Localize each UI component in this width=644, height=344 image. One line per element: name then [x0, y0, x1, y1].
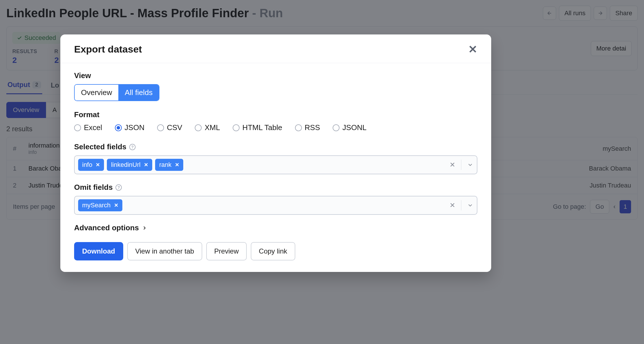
view-tab-button[interactable]: View in another tab [127, 242, 202, 260]
divider [461, 160, 461, 170]
radio-icon [115, 124, 122, 131]
help-icon[interactable]: ? [115, 184, 122, 191]
tag-remove-icon[interactable]: ✕ [114, 202, 118, 208]
selected-fields-label: Selected fields ? [74, 142, 477, 151]
selected-fields-label-text: Selected fields [74, 142, 126, 151]
format-label: Format [74, 110, 477, 119]
tag-remove-icon[interactable]: ✕ [144, 162, 148, 168]
radio-icon [157, 124, 164, 131]
advanced-options-toggle[interactable]: Advanced options [74, 223, 477, 232]
format-excel[interactable]: Excel [74, 123, 102, 132]
format-excel-label: Excel [84, 123, 102, 132]
download-button[interactable]: Download [74, 242, 123, 260]
format-json-label: JSON [125, 123, 144, 132]
radio-icon [74, 124, 81, 131]
chevron-right-icon [142, 225, 147, 231]
radio-icon [195, 124, 202, 131]
multiselect-controls: ✕ [450, 200, 473, 210]
selected-fields-tags: info ✕ linkedinUrl ✕ rank ✕ [78, 159, 183, 171]
tag-linkedinurl: linkedinUrl ✕ [107, 159, 152, 171]
radio-icon [295, 124, 302, 131]
clear-all-icon[interactable]: ✕ [450, 201, 455, 209]
preview-button[interactable]: Preview [206, 242, 247, 260]
tag-info: info ✕ [78, 159, 104, 171]
modal-actions: Download View in another tab Preview Cop… [74, 242, 477, 260]
view-label: View [74, 71, 477, 80]
modal-body: View Overview All fields Format Excel JS… [60, 63, 491, 272]
modal-header: Export dataset ✕ [60, 34, 491, 63]
divider [461, 200, 461, 210]
help-icon[interactable]: ? [129, 144, 136, 150]
omit-fields-tags: mySearch ✕ [78, 199, 122, 211]
radio-icon [333, 124, 340, 131]
format-csv-label: CSV [167, 123, 182, 132]
close-icon[interactable]: ✕ [468, 44, 477, 55]
modal-title: Export dataset [74, 44, 142, 55]
format-rss[interactable]: RSS [295, 123, 320, 132]
format-jsonl-label: JSONL [342, 123, 367, 132]
clear-all-icon[interactable]: ✕ [450, 161, 455, 169]
view-overview-option[interactable]: Overview [75, 85, 118, 101]
chevron-down-icon[interactable] [467, 162, 473, 168]
format-jsonl[interactable]: JSONL [333, 123, 367, 132]
omit-fields-label: Omit fields ? [74, 183, 477, 192]
view-all-fields-option[interactable]: All fields [118, 85, 159, 101]
tag-label: mySearch [82, 202, 111, 209]
export-dataset-modal: Export dataset ✕ View Overview All field… [60, 34, 491, 272]
multiselect-controls: ✕ [450, 160, 473, 170]
format-html-table-label: HTML Table [242, 123, 282, 132]
format-xml-label: XML [205, 123, 220, 132]
tag-label: info [82, 161, 92, 169]
chevron-down-icon[interactable] [467, 202, 473, 208]
tag-rank: rank ✕ [155, 159, 183, 171]
format-rss-label: RSS [305, 123, 320, 132]
tag-label: rank [159, 161, 171, 169]
copy-link-button[interactable]: Copy link [251, 242, 295, 260]
format-csv[interactable]: CSV [157, 123, 182, 132]
omit-fields-label-text: Omit fields [74, 183, 113, 192]
format-html-table[interactable]: HTML Table [233, 123, 282, 132]
format-radio-group: Excel JSON CSV XML HTML Table RSS [74, 123, 477, 132]
tag-label: linkedinUrl [111, 161, 140, 169]
tag-remove-icon[interactable]: ✕ [96, 162, 100, 168]
selected-fields-input[interactable]: info ✕ linkedinUrl ✕ rank ✕ ✕ [74, 155, 477, 174]
format-json[interactable]: JSON [115, 123, 144, 132]
omit-fields-input[interactable]: mySearch ✕ ✕ [74, 196, 477, 215]
radio-icon [233, 124, 240, 131]
format-xml[interactable]: XML [195, 123, 220, 132]
tag-mysearch: mySearch ✕ [78, 199, 122, 211]
tag-remove-icon[interactable]: ✕ [175, 162, 179, 168]
advanced-options-label: Advanced options [74, 223, 139, 232]
view-toggle: Overview All fields [74, 84, 159, 101]
